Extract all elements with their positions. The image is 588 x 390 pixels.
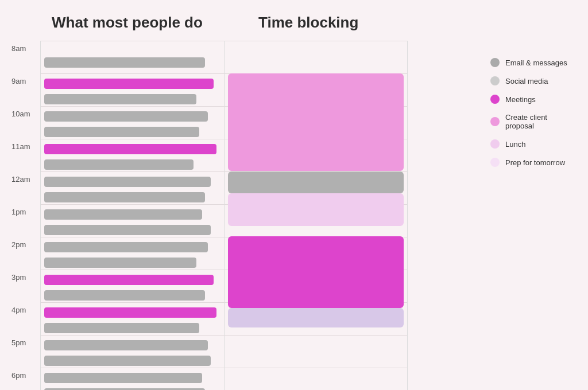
legend-label: Lunch [505,140,525,149]
activity-bar [44,79,214,89]
activity-bar [44,159,194,170]
content-row: 8am9am10am11am12am1pm2pm3pm4pm5pm6pm7pm … [11,41,577,390]
grid-row [41,302,224,335]
right-column [224,41,408,390]
activity-bar [44,373,202,383]
grid-row [41,106,224,139]
legend-dot [490,158,500,167]
legend-item: Email & messages [490,58,577,67]
grid-row [41,73,224,106]
grid-row [41,41,224,73]
time-label: 12am [11,173,40,205]
legend-item: Social media [490,76,577,85]
legend-item: Create client proposal [490,113,577,130]
chart-area: 8am9am10am11am12am1pm2pm3pm4pm5pm6pm7pm [11,41,479,390]
legend-dot [490,117,500,126]
activity-bar [44,242,208,252]
legend-label: Create client proposal [505,113,577,130]
left-title: What most people do [52,14,247,32]
grid-row [41,204,224,237]
time-block-meetings-afternoon [228,236,404,308]
grid-row [41,270,224,302]
activity-bar [44,144,216,154]
activity-bar [44,258,196,268]
activity-bar [44,57,205,68]
time-block-prep-tomorrow [228,308,404,327]
grid-row [41,171,224,204]
legend-item: Prep for tomorrow [490,158,577,167]
grid-row [225,335,407,368]
legend-item: Meetings [490,95,577,104]
legend-dot [490,95,500,104]
activity-bar [44,225,211,235]
time-label: 11am [11,140,40,173]
time-label: 3pm [11,271,40,303]
activity-bar [44,307,216,318]
legend-dot [490,76,500,85]
right-title: Time blocking [258,14,442,32]
grid-and-bars [40,41,479,390]
time-label: 5pm [11,336,40,369]
time-label: 6pm [11,369,40,390]
time-label: 2pm [11,238,40,271]
legend-label: Meetings [505,95,536,104]
time-block-create-client-proposal [228,73,404,171]
legend-label: Prep for tomorrow [505,158,565,167]
activity-bar [44,290,205,301]
grid-row [41,139,224,171]
main-container: What most people do Time blocking 8am9am… [0,0,588,390]
time-label: 10am [11,107,40,140]
time-label: 1pm [11,205,40,238]
activity-bar [44,177,211,187]
time-block-lunch [228,193,404,226]
activity-bar [44,192,205,202]
activity-bar [44,111,208,122]
time-block-meetings-noon [228,171,404,193]
legend: Email & messagesSocial mediaMeetingsCrea… [479,41,577,390]
legend-item: Lunch [490,139,577,149]
grid-row [41,335,224,368]
activity-bar [44,94,196,104]
legend-label: Social media [505,77,548,85]
grid-row [41,237,224,270]
legend-dot [490,139,500,149]
time-label: 8am [11,42,40,75]
activity-bar [44,356,211,366]
activity-bar [44,340,208,350]
grid-row [225,368,407,390]
titles-row: What most people do Time blocking [11,14,577,32]
activity-bar [44,275,214,285]
grid-row [225,41,407,73]
legend-dot [490,58,500,67]
time-label: 9am [11,75,40,107]
activity-bar [44,323,199,333]
activity-bar [44,209,202,220]
time-labels: 8am9am10am11am12am1pm2pm3pm4pm5pm6pm7pm [11,41,40,390]
legend-label: Email & messages [505,58,567,67]
activity-bar [44,127,199,137]
time-label: 4pm [11,303,40,336]
left-column [40,41,224,390]
grid-row [41,368,224,390]
